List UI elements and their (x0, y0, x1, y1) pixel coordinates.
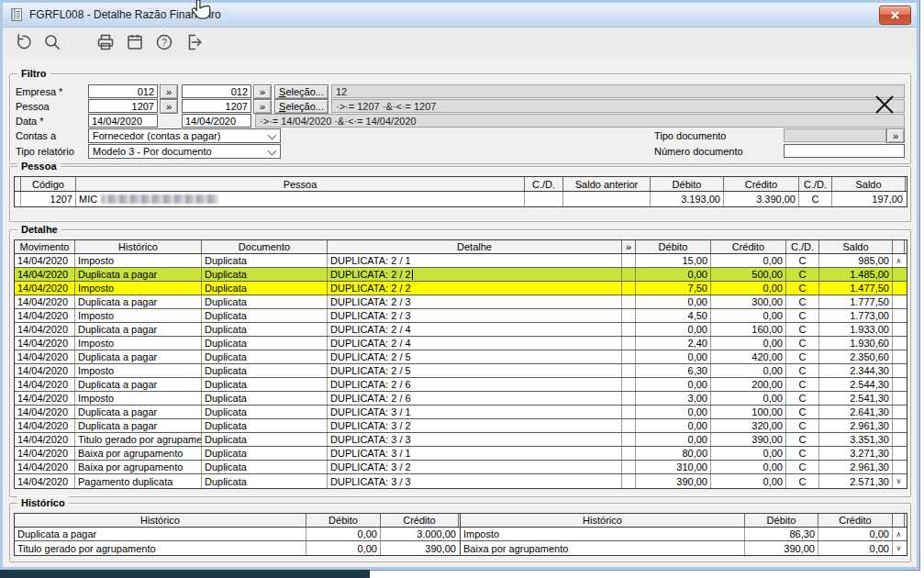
cell-saldo[interactable]: 2.571,30 (819, 474, 893, 488)
cell-debito[interactable]: 0,00 (636, 323, 711, 336)
calendar-icon[interactable] (124, 31, 146, 53)
cell-debito[interactable]: 7,50 (636, 282, 711, 295)
clear-filter-icon[interactable] (873, 93, 896, 118)
cell-movimento[interactable]: 14/04/2020 (15, 392, 75, 405)
cell-credito[interactable]: 300,00 (711, 295, 786, 308)
cell-historico[interactable]: Duplicata a pagar (75, 378, 202, 391)
exit-icon[interactable] (183, 31, 205, 53)
cell-saldo[interactable]: 2.344,30 (819, 364, 893, 377)
cell-historico[interactable]: Duplicata a pagar (75, 268, 202, 281)
pessoa-row[interactable]: 1207MIC3.193,003.390,00C197,00 (15, 192, 907, 206)
cell-debito[interactable]: 3,00 (636, 392, 711, 405)
cell-saldo_anterior[interactable] (563, 192, 651, 206)
detalhe-row[interactable]: 14/04/2020Duplicata a pagarDuplicataDUPL… (15, 419, 907, 433)
cell-documento[interactable]: Duplicata (202, 323, 328, 336)
cell-historico[interactable]: Imposto (75, 282, 202, 295)
cell-documento[interactable]: Duplicata (202, 378, 328, 391)
cell-movimento[interactable]: 14/04/2020 (15, 282, 75, 295)
cell-movimento[interactable]: 14/04/2020 (15, 419, 75, 432)
cell-cd[interactable]: C (786, 268, 819, 281)
cell-expand[interactable] (622, 392, 636, 405)
historico-left-row[interactable]: Duplicata a pagar0,003.000,00 (15, 528, 461, 541)
cell-historico[interactable]: Baixa por agrupamento (75, 447, 202, 460)
cell-detalhe[interactable]: DUPLICATA: 3 / 2 (328, 461, 622, 473)
cell-scroll[interactable] (893, 364, 905, 377)
cell-scroll[interactable]: ∧ (893, 254, 905, 267)
cell-detalhe[interactable]: DUPLICATA: 3 / 2 (328, 419, 622, 432)
cell-movimento[interactable]: 14/04/2020 (15, 323, 75, 336)
cell-debito[interactable]: 0,00 (306, 528, 381, 540)
cell-documento[interactable]: Duplicata (202, 461, 328, 473)
close-button[interactable] (879, 6, 911, 25)
cell-documento[interactable]: Duplicata (202, 350, 328, 363)
cell-credito[interactable]: 500,00 (711, 268, 786, 281)
cell-historico[interactable]: Duplicata a pagar (75, 406, 202, 418)
pessoa-selecao-button[interactable]: Seleção... (274, 99, 328, 114)
empresa-from-input[interactable] (88, 84, 158, 98)
cell-expand[interactable] (622, 295, 636, 308)
detalhe-row[interactable]: 14/04/2020Duplicata a pagarDuplicataDUPL… (15, 323, 907, 337)
cell-movimento[interactable]: 14/04/2020 (15, 254, 75, 267)
cell-debito[interactable]: 0,00 (636, 295, 711, 308)
cell-saldo[interactable]: 197,00 (832, 192, 906, 206)
detalhe-row[interactable]: 14/04/2020Baixa por agrupamentoDuplicata… (15, 447, 907, 461)
cell-cd[interactable]: C (786, 323, 819, 336)
cell-expand[interactable] (622, 337, 636, 350)
data-from-input[interactable] (88, 114, 158, 128)
cell-scroll[interactable] (893, 378, 905, 391)
pessoa-to-lookup-button[interactable]: » (253, 99, 272, 114)
cell-detalhe[interactable]: DUPLICATA: 2 / 2 (328, 268, 622, 281)
cell-codigo[interactable]: 1207 (21, 192, 76, 206)
cell-expand[interactable] (622, 350, 636, 363)
cell-detalhe[interactable]: DUPLICATA: 2 / 4 (328, 323, 622, 336)
cell-saldo[interactable]: 2.961,30 (819, 461, 893, 473)
cell-movimento[interactable]: 14/04/2020 (15, 378, 75, 391)
cell-historico[interactable]: Pagamento duplicata (75, 474, 202, 488)
detalhe-row[interactable]: 14/04/2020ImpostoDuplicataDUPLICATA: 2 /… (15, 364, 907, 378)
cell-saldo[interactable]: 3.351,30 (819, 433, 893, 446)
empresa-to-lookup-button[interactable]: » (253, 84, 272, 99)
cell-credito[interactable]: 0,00 (711, 337, 786, 350)
detalhe-row[interactable]: 14/04/2020ImpostoDuplicataDUPLICATA: 2 /… (15, 392, 907, 406)
cell-debito[interactable]: 0,00 (306, 541, 381, 555)
cell-credito[interactable]: 320,00 (711, 419, 786, 432)
cell-documento[interactable]: Duplicata (202, 447, 328, 460)
cell-documento[interactable]: Duplicata (202, 419, 328, 432)
header-expand[interactable]: » (622, 240, 636, 253)
cell-cd[interactable]: C (786, 282, 819, 295)
cell-saldo[interactable]: 1.930,60 (819, 337, 893, 350)
cell-credito[interactable]: 0,00 (711, 447, 786, 460)
cell-expand[interactable] (622, 447, 636, 460)
cell-scroll[interactable]: ∧ (893, 528, 905, 540)
cell-debito[interactable]: 390,00 (636, 474, 711, 488)
cell-credito[interactable]: 0,00 (711, 461, 786, 473)
cell-credito[interactable]: 3.000,00 (381, 528, 459, 540)
cell-historico[interactable]: Duplicata a pagar (75, 295, 202, 308)
cell-credito[interactable]: 0,00 (711, 392, 786, 405)
cell-scroll[interactable] (893, 268, 905, 281)
cell-cd[interactable]: C (786, 392, 819, 405)
cell-expand[interactable] (622, 406, 636, 418)
cell-cd[interactable]: C (786, 350, 819, 363)
undo-icon[interactable] (12, 31, 34, 53)
cell-documento[interactable]: Duplicata (202, 433, 328, 446)
cell-scroll[interactable]: ∨ (893, 474, 905, 488)
cell-movimento[interactable]: 14/04/2020 (15, 364, 75, 377)
cell-credito[interactable]: 0,00 (818, 528, 893, 540)
cell-expand[interactable] (622, 419, 636, 432)
cell-cd[interactable]: C (786, 295, 819, 308)
cell-credito[interactable]: 0,00 (711, 474, 786, 488)
cell-cd[interactable]: C (786, 309, 819, 322)
cell-debito[interactable]: 15,00 (636, 254, 711, 267)
cell-detalhe[interactable]: DUPLICATA: 2 / 6 (328, 378, 622, 391)
cell-historico[interactable]: Imposto (75, 337, 202, 350)
cell-historico[interactable]: Duplicata a pagar (15, 528, 306, 540)
cell-historico[interactable]: Imposto (75, 254, 202, 267)
cell-expand[interactable] (622, 461, 636, 473)
cell-historico[interactable]: Titulo gerado por agrupamento (15, 541, 306, 555)
cell-saldo[interactable]: 2.544,30 (819, 378, 893, 391)
pessoa-from-input[interactable] (88, 99, 158, 113)
cell-scroll[interactable] (893, 392, 905, 405)
cell-movimento[interactable]: 14/04/2020 (15, 406, 75, 418)
detalhe-row[interactable]: 14/04/2020Pagamento duplicataDuplicataDU… (15, 474, 907, 488)
